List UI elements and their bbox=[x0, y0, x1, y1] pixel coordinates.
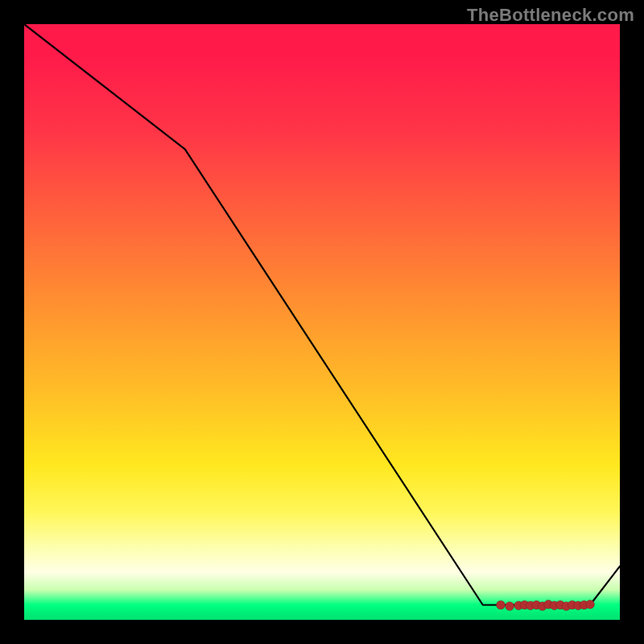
data-point bbox=[586, 600, 595, 609]
watermark-text: TheBottleneck.com bbox=[467, 5, 634, 26]
data-point bbox=[506, 602, 514, 611]
chart-stage: TheBottleneck.com bbox=[0, 0, 644, 644]
data-curve bbox=[24, 24, 620, 605]
plot-area bbox=[24, 24, 620, 620]
data-markers bbox=[497, 600, 595, 610]
plot-svg bbox=[24, 24, 620, 620]
data-point bbox=[497, 601, 506, 609]
